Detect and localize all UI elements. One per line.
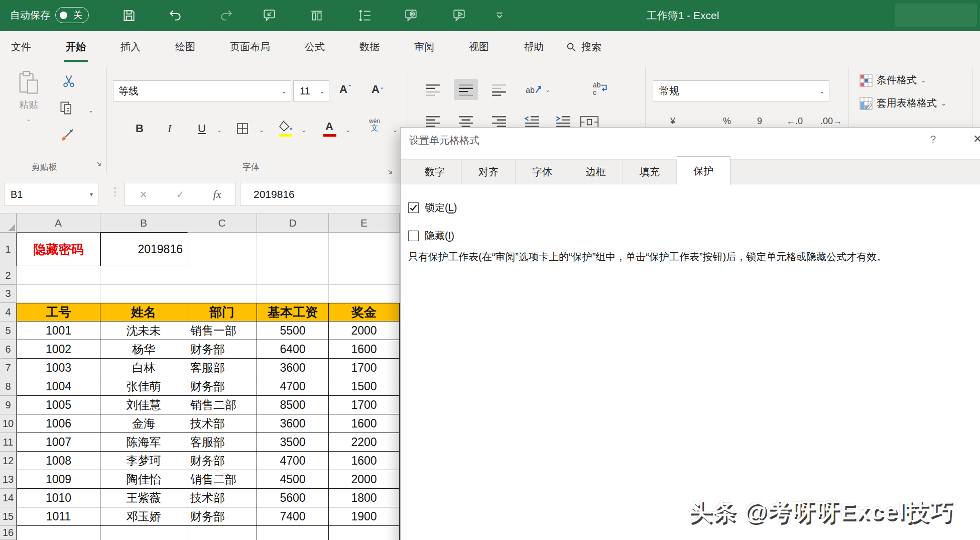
qat-customize-button[interactable] (491, 7, 508, 24)
cell[interactable]: 李梦珂 (100, 452, 187, 470)
cell[interactable]: 4700 (257, 377, 329, 396)
underline-button[interactable]: U (198, 122, 206, 135)
cell[interactable]: 客服部 (187, 359, 257, 377)
cell[interactable] (187, 233, 257, 266)
cell[interactable]: 2000 (329, 321, 400, 340)
cell[interactable]: 1006 (17, 414, 100, 433)
qat-next-comment-button[interactable] (451, 7, 468, 24)
row-header-1[interactable]: 1 (0, 233, 17, 266)
font-dialog-launcher[interactable] (387, 168, 394, 175)
tab-home[interactable]: 开始 (65, 40, 87, 54)
orientation-chevron-icon[interactable]: ⌄ (545, 86, 550, 93)
cell[interactable]: 1003 (17, 359, 100, 377)
row-header-13[interactable]: 13 (0, 470, 17, 489)
cell[interactable]: 刘佳慧 (100, 396, 187, 414)
dialog-tab-number[interactable]: 数字 (408, 160, 462, 184)
wrap-text-button[interactable]: abc (592, 81, 609, 96)
cell[interactable]: 8500 (257, 396, 329, 414)
cell[interactable]: 3500 (257, 433, 329, 452)
cell[interactable]: 技术部 (187, 489, 257, 507)
cell[interactable]: 1007 (17, 433, 100, 452)
search-box[interactable]: 搜索 (566, 31, 601, 63)
cell[interactable]: 5600 (257, 489, 329, 507)
borders-button[interactable] (236, 122, 249, 135)
cell[interactable]: 1002 (17, 340, 100, 359)
locked-checkbox[interactable] (408, 202, 419, 213)
clipboard-dialog-launcher[interactable] (95, 160, 102, 167)
bold-button[interactable]: B (136, 122, 144, 135)
name-box[interactable]: B1 ▾ (4, 183, 98, 206)
cell[interactable]: 财务部 (187, 452, 257, 470)
font-color-chevron-icon[interactable]: ⌄ (345, 127, 350, 134)
row-header-8[interactable]: 8 (0, 377, 17, 396)
cell[interactable]: 金海 (100, 414, 187, 433)
tab-file[interactable]: 文件 (10, 40, 32, 54)
cell[interactable]: 1800 (329, 489, 400, 507)
conditional-formatting-button[interactable]: 条件格式 ⌄ (860, 73, 926, 87)
formula-bar-drag-handle[interactable]: ⋮ (109, 185, 120, 198)
row-header-14[interactable]: 14 (0, 489, 17, 507)
cell[interactable]: 客服部 (187, 433, 257, 452)
row-header-11[interactable]: 11 (0, 433, 17, 452)
tab-help[interactable]: 帮助 (523, 40, 545, 54)
cell[interactable] (187, 285, 257, 303)
font-color-button[interactable]: A (325, 120, 333, 133)
enter-button[interactable]: ✓ (176, 188, 185, 200)
row-header-4[interactable]: 4 (0, 303, 17, 321)
phonetic-guide-button[interactable]: wén 文 (369, 118, 380, 132)
dialog-tab-font[interactable]: 字体 (516, 160, 569, 184)
format-painter-button[interactable] (60, 127, 75, 142)
comma-style-button[interactable]: 9 (757, 116, 762, 127)
column-header-B[interactable]: B (100, 213, 187, 233)
row-header-5[interactable]: 5 (0, 321, 17, 340)
cell[interactable]: 2200 (329, 433, 400, 452)
cell[interactable]: 1004 (17, 377, 100, 396)
select-all-corner[interactable] (0, 213, 17, 233)
cell[interactable]: 1600 (329, 340, 400, 359)
cell[interactable]: 1009 (17, 470, 100, 489)
number-format-combo[interactable]: 常规 ⌄ (653, 80, 829, 101)
dialog-tab-border[interactable]: 边框 (569, 160, 623, 184)
cell[interactable]: 王紫薇 (100, 489, 187, 507)
cell[interactable] (100, 266, 187, 285)
borders-chevron-icon[interactable]: ⌄ (259, 127, 264, 134)
row-header-6[interactable]: 6 (0, 340, 17, 359)
increase-decimal-button[interactable]: ←.0 (786, 116, 803, 127)
row-header-9[interactable]: 9 (0, 396, 17, 414)
cell[interactable]: 陈海军 (100, 433, 187, 452)
cell[interactable] (329, 285, 400, 303)
cell[interactable] (257, 526, 329, 540)
cell[interactable]: 6400 (257, 340, 329, 359)
column-header-C[interactable]: C (187, 213, 257, 233)
cell[interactable]: 隐藏密码 (17, 233, 100, 266)
save-button[interactable] (120, 7, 138, 24)
tab-review[interactable]: 审阅 (413, 40, 435, 54)
cell[interactable]: 1005 (17, 396, 100, 414)
column-header-D[interactable]: D (257, 213, 329, 233)
dialog-tab-protection[interactable]: 保护 (677, 156, 730, 185)
cell[interactable]: 1010 (17, 489, 100, 507)
cell[interactable]: 销售二部 (187, 396, 257, 414)
decrease-font-button[interactable]: A⌄ (372, 83, 384, 96)
phonetic-chevron-icon[interactable]: ⌄ (393, 127, 398, 134)
align-middle-button[interactable] (458, 83, 474, 97)
cell[interactable]: 2019816 (100, 233, 187, 266)
cell[interactable]: 1008 (17, 452, 100, 470)
cut-button[interactable] (61, 74, 76, 89)
cell[interactable] (329, 526, 400, 540)
cell[interactable]: 4500 (257, 470, 329, 489)
column-header-A[interactable]: A (17, 213, 100, 233)
cell[interactable]: 销售二部 (187, 470, 257, 489)
row-header-12[interactable]: 12 (0, 452, 17, 470)
cell[interactable]: 张佳萌 (100, 377, 187, 396)
cell[interactable] (257, 233, 329, 266)
autosave-pill[interactable]: 关 (55, 7, 89, 23)
cell[interactable]: 3600 (257, 414, 329, 433)
fill-color-chevron-icon[interactable]: ⌄ (301, 127, 306, 134)
table-header-cell[interactable]: 基本工资 (257, 303, 329, 321)
row-header-10[interactable]: 10 (0, 414, 17, 433)
cell[interactable] (329, 266, 400, 285)
copy-chevron-icon[interactable]: ⌄ (88, 107, 93, 114)
cell[interactable]: 1600 (329, 414, 400, 433)
cell[interactable]: 5500 (257, 321, 329, 340)
